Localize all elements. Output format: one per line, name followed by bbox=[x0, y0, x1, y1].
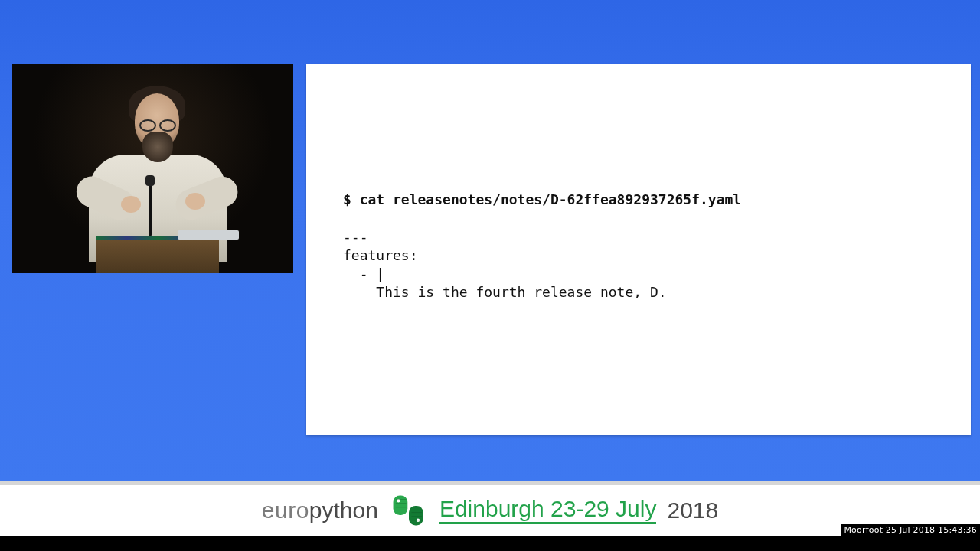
location-dates: Edinburgh 23-29 July bbox=[439, 497, 657, 524]
brand-name: europython bbox=[262, 497, 378, 523]
brand-suffix: python bbox=[309, 497, 378, 523]
recording-overlay-timestamp: Moorfoot 25 Jul 2018 15:43:36 bbox=[841, 524, 980, 536]
slide-yaml-body: --- features: - | This is the fourth rel… bbox=[343, 229, 667, 301]
speaker-camera-feed bbox=[12, 64, 293, 273]
letterbox-bottom bbox=[0, 536, 980, 551]
python-logo-icon bbox=[389, 493, 429, 528]
conference-year: 2018 bbox=[667, 497, 718, 523]
svg-rect-1 bbox=[409, 506, 423, 526]
video-stage: $ cat releasenotes/notes/D-62ffea8929372… bbox=[0, 0, 980, 485]
slide-code-block: $ cat releasenotes/notes/D-62ffea8929372… bbox=[343, 191, 741, 302]
slide-command-line: $ cat releasenotes/notes/D-62ffea8929372… bbox=[343, 191, 741, 207]
presentation-slide: $ cat releasenotes/notes/D-62ffea8929372… bbox=[306, 64, 971, 435]
svg-rect-0 bbox=[393, 495, 407, 515]
brand-prefix: euro bbox=[262, 497, 309, 523]
conference-footer: europython Edinburgh 23-29 July 2018 bbox=[0, 485, 980, 536]
